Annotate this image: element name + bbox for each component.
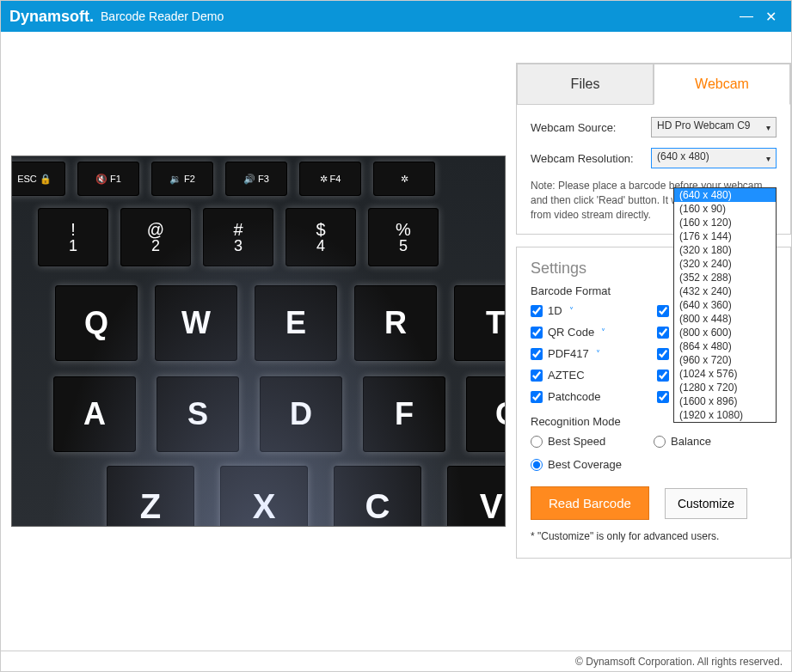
- close-button[interactable]: ✕: [758, 9, 783, 25]
- resolution-option[interactable]: (320 x 240): [674, 257, 776, 271]
- customize-button[interactable]: Customize: [665, 488, 747, 519]
- resolution-option[interactable]: (176 x 144): [674, 229, 776, 243]
- webcam-resolution-label: Webcam Resolution:: [531, 152, 651, 165]
- brand-logo: Dynamsoft.: [9, 8, 94, 26]
- chevron-down-icon: ▾: [766, 154, 771, 163]
- resolution-option[interactable]: (160 x 120): [674, 216, 776, 229]
- radio-best-speed[interactable]: Best Speed: [531, 435, 654, 448]
- copyright-text: © Dynamsoft Corporation. All rights rese…: [575, 656, 783, 668]
- resolution-option[interactable]: (960 x 720): [674, 353, 776, 367]
- resolution-option[interactable]: (1920 x 1080): [674, 408, 776, 422]
- app-title: Barcode Reader Demo: [101, 9, 224, 23]
- webcam-source-select[interactable]: HD Pro Webcam C9 ▾: [651, 117, 777, 137]
- chevron-down-icon: ˅: [569, 306, 574, 315]
- side-panel: Files Webcam Webcam Source: HD Pro Webca…: [516, 32, 791, 651]
- webcam-panel: Webcam Source: HD Pro Webcam C9 ▾ Webcam…: [516, 105, 791, 235]
- radio-best-coverage[interactable]: Best Coverage: [531, 458, 654, 471]
- webcam-preview-image: ESC 🔒🔇 F1🔉 F2🔊 F3✲ F4✲ !1 @2 #3 $4 %5 QW…: [11, 156, 506, 527]
- chevron-down-icon: ˅: [596, 349, 600, 358]
- webcam-resolution-select[interactable]: (640 x 480) ▾: [651, 148, 777, 168]
- resolution-option[interactable]: (1024 x 576): [674, 367, 776, 381]
- check-1d[interactable]: 1D˅: [531, 304, 650, 317]
- preview-pane: ESC 🔒🔇 F1🔉 F2🔊 F3✲ F4✲ !1 @2 #3 $4 %5 QW…: [1, 32, 516, 651]
- check-patchcode[interactable]: Patchcode: [531, 390, 650, 403]
- check-aztec[interactable]: AZTEC: [531, 369, 650, 382]
- footer: © Dynamsoft Corporation. All rights rese…: [1, 651, 791, 671]
- read-barcode-button[interactable]: Read Barcode: [531, 486, 649, 520]
- resolution-dropdown-menu[interactable]: (640 x 480)(160 x 90)(160 x 120)(176 x 1…: [673, 187, 777, 423]
- webcam-source-value: HD Pro Webcam C9: [657, 119, 750, 131]
- resolution-option[interactable]: (800 x 600): [674, 326, 776, 339]
- check-qr[interactable]: QR Code˅: [531, 326, 650, 339]
- resolution-option[interactable]: (432 x 240): [674, 284, 776, 298]
- tab-webcam[interactable]: Webcam: [654, 64, 790, 105]
- customize-hint: * "Customize" is only for advanced users…: [531, 530, 777, 542]
- resolution-option[interactable]: (640 x 480): [674, 188, 776, 202]
- resolution-option[interactable]: (800 x 448): [674, 312, 776, 326]
- minimize-button[interactable]: —: [734, 9, 758, 24]
- resolution-option[interactable]: (1280 x 720): [674, 381, 776, 394]
- tab-files[interactable]: Files: [517, 64, 654, 105]
- resolution-option[interactable]: (1600 x 896): [674, 394, 776, 408]
- resolution-option[interactable]: (352 x 288): [674, 271, 776, 284]
- source-tabs: Files Webcam: [516, 63, 791, 105]
- radio-balance[interactable]: Balance: [654, 435, 777, 448]
- resolution-option[interactable]: (160 x 90): [674, 202, 776, 216]
- webcam-source-label: Webcam Source:: [531, 121, 651, 134]
- webcam-resolution-value: (640 x 480): [657, 150, 709, 162]
- resolution-option[interactable]: (320 x 180): [674, 243, 776, 257]
- chevron-down-icon: ˅: [601, 327, 605, 337]
- chevron-down-icon: ▾: [766, 123, 771, 132]
- resolution-option[interactable]: (864 x 480): [674, 339, 776, 353]
- titlebar: Dynamsoft. Barcode Reader Demo — ✕: [1, 1, 791, 32]
- resolution-option[interactable]: (640 x 360): [674, 298, 776, 312]
- check-pdf417[interactable]: PDF417˅: [531, 347, 650, 360]
